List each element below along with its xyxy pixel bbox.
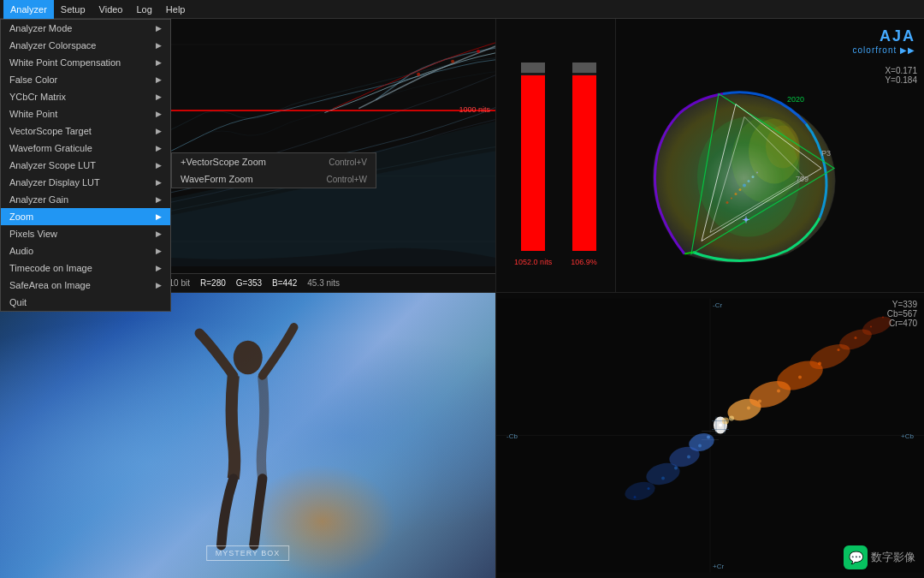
submenu-waveform-zoom[interactable]: WaveForm ZoomControl+W (172, 170, 376, 188)
dropdown-audio[interactable]: Audio▶ (1, 242, 170, 259)
svg-point-52 (798, 376, 802, 379)
vectorscope-svg: +Cb -Cb -Cr +Cr (496, 293, 924, 578)
aja-text: AJA (853, 27, 915, 45)
svg-point-62 (661, 477, 665, 480)
svg-point-47 (729, 416, 734, 421)
watermark-text: 数字影像 (871, 550, 915, 565)
svg-text:-Cb: -Cb (506, 432, 518, 440)
dropdown-zoom[interactable]: Zoom▶ (1, 208, 170, 225)
r-value: R=280 (200, 278, 226, 288)
cb-value: Cb=567 (887, 309, 917, 319)
svg-point-50 (758, 400, 761, 403)
analyzer-dropdown: Analyzer Mode▶ Analyzer Colorspace▶ Whit… (0, 19, 171, 312)
nits-label: 1000 nits (459, 105, 490, 114)
svg-point-61 (674, 467, 678, 470)
dropdown-analyzer-gain[interactable]: Analyzer Gain▶ (1, 191, 170, 208)
svg-point-64 (634, 496, 637, 498)
cie-chart-svg: 2020 P3 709 (616, 79, 924, 283)
aja-logo: AJA colorfront ▶▶ (853, 27, 915, 55)
dropdown-safearea-on-image[interactable]: SafeArea on Image▶ (1, 277, 170, 294)
svg-point-56 (870, 326, 872, 328)
menu-log[interactable]: Log (129, 0, 158, 19)
svg-point-7 (451, 60, 454, 63)
top-right-panel: 1052.0 nits 106.9% AJA colorfront ▶▶ X=0… (496, 19, 924, 293)
mystery-box-label: MYSTERY BOX (206, 545, 290, 561)
svg-point-57 (882, 317, 884, 319)
dropdown-analyzer-display-lut[interactable]: Analyzer Display LUT▶ (1, 174, 170, 191)
bar1-container: 1052.0 nits (514, 27, 552, 266)
svg-point-49 (747, 407, 750, 410)
g-value: G=353 (236, 278, 262, 288)
menu-help[interactable]: Help (159, 0, 192, 19)
menu-analyzer[interactable]: Analyzer (3, 0, 54, 19)
dropdown-false-color[interactable]: False Color▶ (1, 71, 170, 88)
bar1-track (521, 63, 545, 251)
dropdown-white-point-compensation[interactable]: White Point Compensation▶ (1, 54, 170, 71)
bar2-label: 106.9% (571, 258, 597, 266)
cr-value: Cr=470 (887, 319, 917, 328)
svg-point-60 (687, 456, 690, 459)
svg-point-26 (752, 176, 755, 178)
svg-text:P3: P3 (821, 149, 831, 158)
menu-setup[interactable]: Setup (54, 0, 92, 19)
watermark-icon: 💬 (844, 545, 868, 569)
dropdown-analyzer-scope-lut[interactable]: Analyzer Scope LUT▶ (1, 157, 170, 174)
nits-value: 45.3 nits (307, 278, 340, 288)
bars-panel: 1052.0 nits 106.9% (496, 19, 616, 292)
bar1-label: 1052.0 nits (514, 258, 552, 266)
svg-text:709: 709 (796, 175, 808, 183)
dropdown-pixels-view[interactable]: Pixels View▶ (1, 225, 170, 242)
dropdown-quit[interactable]: Quit (1, 294, 170, 311)
dropdown-vectorscope-target[interactable]: VectorScope Target▶ (1, 122, 170, 140)
dropdown-waveform-graticule[interactable]: Waveform Graticule▶ (1, 140, 170, 157)
video-placeholder: MYSTERY BOX (0, 293, 495, 578)
svg-point-6 (417, 73, 420, 76)
svg-point-22 (735, 193, 737, 195)
bar2-gray (572, 63, 596, 73)
b-value: B=442 (272, 278, 297, 288)
svg-point-65 (719, 424, 722, 427)
svg-point-12 (766, 126, 800, 169)
colorfront-text: colorfront ▶▶ (853, 45, 915, 55)
svg-point-8 (477, 50, 480, 53)
svg-point-27 (756, 172, 758, 174)
menu-video[interactable]: Video (92, 0, 130, 19)
svg-point-53 (818, 362, 821, 366)
video-panel: MYSTERY BOX (0, 293, 496, 578)
svg-point-23 (739, 188, 742, 191)
svg-point-58 (707, 436, 710, 439)
dropdown-analyzer-mode[interactable]: Analyzer Mode▶ (1, 20, 170, 37)
svg-text:+Cb: +Cb (901, 432, 914, 440)
svg-point-63 (648, 487, 650, 490)
dropdown-analyzer-colorspace[interactable]: Analyzer Colorspace▶ (1, 37, 170, 54)
svg-text:-Cr: -Cr (713, 301, 722, 309)
svg-point-28 (731, 198, 732, 200)
vectorscope-panel: Y=339 Cb=567 Cr=470 (496, 293, 924, 578)
dropdown-white-point[interactable]: White Point▶ (1, 105, 170, 122)
dropdown-timecode-on-image[interactable]: Timecode on Image▶ (1, 259, 170, 277)
svg-point-51 (777, 390, 780, 393)
x-coord: X=0.171 (885, 66, 917, 75)
svg-point-25 (748, 180, 750, 182)
bar2-track (572, 63, 596, 251)
svg-point-24 (743, 184, 746, 188)
bar2-fill (572, 75, 596, 251)
svg-point-55 (855, 337, 857, 339)
submenu-vectorscope-zoom[interactable]: +VectorScope ZoomControl+V (172, 153, 376, 170)
svg-point-54 (838, 349, 840, 351)
dropdown-ycbcr-matrix[interactable]: YCbCr Matrix▶ (1, 88, 170, 105)
svg-point-30 (233, 341, 262, 375)
watermark: 💬 数字影像 (844, 545, 915, 569)
y-value: Y=339 (887, 300, 917, 309)
cie-panel: AJA colorfront ▶▶ X=0.171 Y=0.184 (616, 19, 924, 292)
bar1-gray (521, 63, 545, 73)
svg-point-29 (726, 201, 729, 204)
bar2-container: 106.9% (571, 27, 597, 266)
menubar: Analyzer Setup Video Log Help (0, 0, 924, 19)
svg-text:+Cr: +Cr (713, 563, 724, 570)
svg-point-59 (698, 444, 702, 448)
zoom-submenu: +VectorScope ZoomControl+V WaveForm Zoom… (171, 152, 376, 188)
bar1-fill (521, 75, 545, 251)
ycbcr-coords: Y=339 Cb=567 Cr=470 (887, 300, 917, 328)
svg-text:2020: 2020 (787, 95, 804, 104)
